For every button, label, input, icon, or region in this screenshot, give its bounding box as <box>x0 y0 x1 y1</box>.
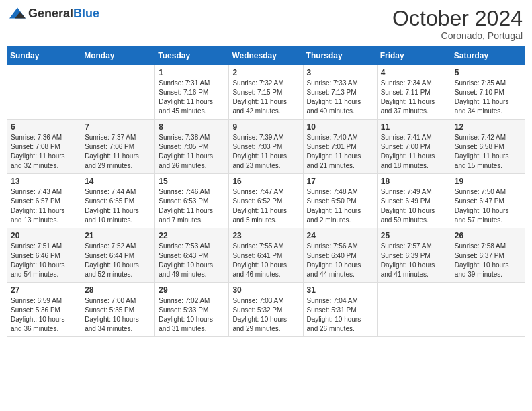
table-row: 25Sunrise: 7:57 AM Sunset: 6:39 PM Dayli… <box>377 228 451 283</box>
table-row: 27Sunrise: 6:59 AM Sunset: 5:36 PM Dayli… <box>7 283 81 337</box>
day-number: 18 <box>381 177 447 186</box>
logo-text: GeneralBlue <box>28 7 99 21</box>
table-row: 11Sunrise: 7:41 AM Sunset: 7:00 PM Dayli… <box>377 120 451 174</box>
table-row: 6Sunrise: 7:36 AM Sunset: 7:08 PM Daylig… <box>7 120 81 174</box>
day-info: Sunrise: 7:51 AM Sunset: 6:46 PM Dayligh… <box>11 242 77 279</box>
table-row: 20Sunrise: 7:51 AM Sunset: 6:46 PM Dayli… <box>7 228 81 283</box>
calendar-table: Sunday Monday Tuesday Wednesday Thursday… <box>7 46 525 337</box>
calendar-week-2: 6Sunrise: 7:36 AM Sunset: 7:08 PM Daylig… <box>7 120 525 174</box>
day-info: Sunrise: 7:55 AM Sunset: 6:41 PM Dayligh… <box>232 242 299 279</box>
day-info: Sunrise: 7:39 AM Sunset: 7:03 PM Dayligh… <box>232 133 299 171</box>
day-number: 27 <box>11 285 77 295</box>
logo-general: General <box>28 7 73 20</box>
day-info: Sunrise: 7:44 AM Sunset: 6:55 PM Dayligh… <box>85 187 151 225</box>
day-number: 10 <box>307 122 373 132</box>
table-row: 15Sunrise: 7:46 AM Sunset: 6:53 PM Dayli… <box>155 174 229 228</box>
table-row: 21Sunrise: 7:52 AM Sunset: 6:44 PM Dayli… <box>81 228 155 283</box>
day-info: Sunrise: 7:57 AM Sunset: 6:39 PM Dayligh… <box>381 242 447 279</box>
day-number: 12 <box>455 122 521 132</box>
col-tuesday: Tuesday <box>155 47 229 65</box>
day-info: Sunrise: 7:34 AM Sunset: 7:11 PM Dayligh… <box>381 79 447 116</box>
location-title: Coronado, Portugal <box>392 30 523 41</box>
table-row <box>451 283 525 337</box>
table-row <box>81 65 155 120</box>
table-row: 17Sunrise: 7:48 AM Sunset: 6:50 PM Dayli… <box>303 174 377 228</box>
table-row: 1Sunrise: 7:31 AM Sunset: 7:16 PM Daylig… <box>155 65 229 120</box>
table-row <box>377 283 451 337</box>
day-number: 11 <box>381 122 447 132</box>
calendar-week-3: 13Sunrise: 7:43 AM Sunset: 6:57 PM Dayli… <box>7 174 525 228</box>
day-info: Sunrise: 7:37 AM Sunset: 7:06 PM Dayligh… <box>85 133 151 171</box>
day-number: 6 <box>11 122 77 132</box>
day-number: 26 <box>455 231 521 240</box>
day-number: 4 <box>381 68 447 77</box>
day-info: Sunrise: 7:32 AM Sunset: 7:15 PM Dayligh… <box>232 79 299 116</box>
table-row: 19Sunrise: 7:50 AM Sunset: 6:47 PM Dayli… <box>451 174 525 228</box>
day-number: 9 <box>232 122 299 132</box>
day-info: Sunrise: 6:59 AM Sunset: 5:36 PM Dayligh… <box>11 296 77 334</box>
day-info: Sunrise: 7:33 AM Sunset: 7:13 PM Dayligh… <box>307 79 373 116</box>
col-thursday: Thursday <box>303 47 377 65</box>
table-row: 12Sunrise: 7:42 AM Sunset: 6:58 PM Dayli… <box>451 120 525 174</box>
table-row: 28Sunrise: 7:00 AM Sunset: 5:35 PM Dayli… <box>81 283 155 337</box>
day-number: 3 <box>307 68 373 77</box>
day-info: Sunrise: 7:52 AM Sunset: 6:44 PM Dayligh… <box>85 242 151 279</box>
day-info: Sunrise: 7:04 AM Sunset: 5:31 PM Dayligh… <box>307 296 373 334</box>
day-info: Sunrise: 7:43 AM Sunset: 6:57 PM Dayligh… <box>11 187 77 225</box>
table-row: 9Sunrise: 7:39 AM Sunset: 7:03 PM Daylig… <box>229 120 303 174</box>
table-row: 14Sunrise: 7:44 AM Sunset: 6:55 PM Dayli… <box>81 174 155 228</box>
title-block: October 2024 Coronado, Portugal <box>392 7 523 41</box>
logo: GeneralBlue <box>9 7 99 21</box>
day-info: Sunrise: 7:40 AM Sunset: 7:01 PM Dayligh… <box>307 133 373 171</box>
day-info: Sunrise: 7:00 AM Sunset: 5:35 PM Dayligh… <box>85 296 151 334</box>
day-info: Sunrise: 7:46 AM Sunset: 6:53 PM Dayligh… <box>159 187 225 225</box>
day-info: Sunrise: 7:03 AM Sunset: 5:32 PM Dayligh… <box>232 296 299 334</box>
table-row: 30Sunrise: 7:03 AM Sunset: 5:32 PM Dayli… <box>229 283 303 337</box>
table-row: 31Sunrise: 7:04 AM Sunset: 5:31 PM Dayli… <box>303 283 377 337</box>
day-number: 2 <box>232 68 299 77</box>
col-monday: Monday <box>81 47 155 65</box>
month-title: October 2024 <box>392 7 523 30</box>
table-row: 5Sunrise: 7:35 AM Sunset: 7:10 PM Daylig… <box>451 65 525 120</box>
day-number: 28 <box>85 285 151 295</box>
day-info: Sunrise: 7:36 AM Sunset: 7:08 PM Dayligh… <box>11 133 77 171</box>
table-row: 29Sunrise: 7:02 AM Sunset: 5:33 PM Dayli… <box>155 283 229 337</box>
page-header: GeneralBlue October 2024 Coronado, Portu… <box>7 7 525 41</box>
col-saturday: Saturday <box>451 47 525 65</box>
table-row: 8Sunrise: 7:38 AM Sunset: 7:05 PM Daylig… <box>155 120 229 174</box>
day-number: 23 <box>232 231 299 240</box>
day-info: Sunrise: 7:38 AM Sunset: 7:05 PM Dayligh… <box>159 133 225 171</box>
day-number: 31 <box>307 285 373 295</box>
day-info: Sunrise: 7:42 AM Sunset: 6:58 PM Dayligh… <box>455 133 521 171</box>
logo-icon <box>9 7 26 21</box>
day-info: Sunrise: 7:35 AM Sunset: 7:10 PM Dayligh… <box>455 79 521 116</box>
calendar-week-5: 27Sunrise: 6:59 AM Sunset: 5:36 PM Dayli… <box>7 283 525 337</box>
day-info: Sunrise: 7:31 AM Sunset: 7:16 PM Dayligh… <box>159 79 225 116</box>
day-info: Sunrise: 7:47 AM Sunset: 6:52 PM Dayligh… <box>232 187 299 225</box>
day-number: 16 <box>232 177 299 186</box>
table-row: 13Sunrise: 7:43 AM Sunset: 6:57 PM Dayli… <box>7 174 81 228</box>
day-number: 24 <box>307 231 373 240</box>
logo-blue: Blue <box>73 7 99 20</box>
day-info: Sunrise: 7:49 AM Sunset: 6:49 PM Dayligh… <box>381 187 447 225</box>
table-row: 4Sunrise: 7:34 AM Sunset: 7:11 PM Daylig… <box>377 65 451 120</box>
table-row: 3Sunrise: 7:33 AM Sunset: 7:13 PM Daylig… <box>303 65 377 120</box>
day-number: 30 <box>232 285 299 295</box>
day-number: 25 <box>381 231 447 240</box>
table-row: 24Sunrise: 7:56 AM Sunset: 6:40 PM Dayli… <box>303 228 377 283</box>
table-row: 26Sunrise: 7:58 AM Sunset: 6:37 PM Dayli… <box>451 228 525 283</box>
day-number: 17 <box>307 177 373 186</box>
day-number: 21 <box>85 231 151 240</box>
day-number: 29 <box>159 285 225 295</box>
calendar-header-row: Sunday Monday Tuesday Wednesday Thursday… <box>7 47 525 65</box>
day-info: Sunrise: 7:58 AM Sunset: 6:37 PM Dayligh… <box>455 242 521 279</box>
day-info: Sunrise: 7:56 AM Sunset: 6:40 PM Dayligh… <box>307 242 373 279</box>
day-number: 7 <box>85 122 151 132</box>
day-number: 15 <box>159 177 225 186</box>
col-wednesday: Wednesday <box>229 47 303 65</box>
table-row: 7Sunrise: 7:37 AM Sunset: 7:06 PM Daylig… <box>81 120 155 174</box>
table-row: 2Sunrise: 7:32 AM Sunset: 7:15 PM Daylig… <box>229 65 303 120</box>
day-number: 8 <box>159 122 225 132</box>
day-info: Sunrise: 7:53 AM Sunset: 6:43 PM Dayligh… <box>159 242 225 279</box>
table-row: 23Sunrise: 7:55 AM Sunset: 6:41 PM Dayli… <box>229 228 303 283</box>
